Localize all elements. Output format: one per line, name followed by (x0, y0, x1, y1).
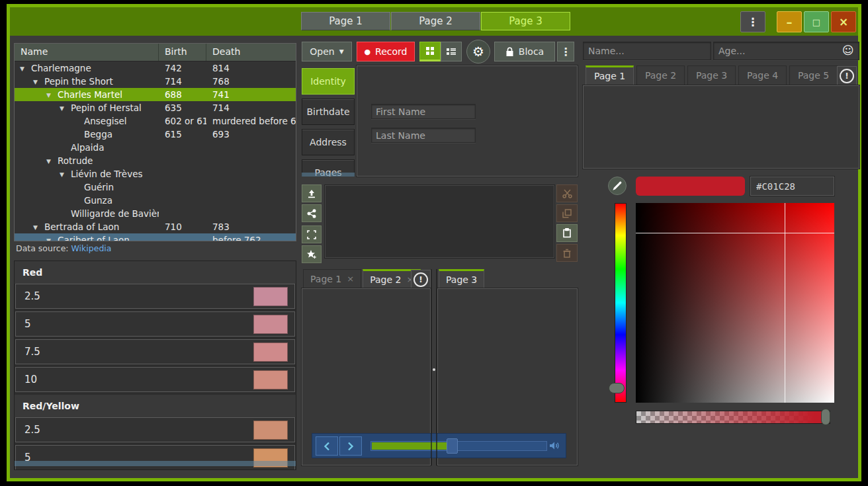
tree-row[interactable]: Gunza (15, 194, 296, 207)
app-window: Page 1Page 2Page 3 ⋮ – □ × NameBirthDeat… (7, 4, 861, 481)
toolbar-menu-button[interactable]: ⋮ (557, 42, 574, 61)
minimize-icon: – (787, 15, 793, 29)
tab-pages[interactable]: Pages (302, 159, 355, 177)
window-content: NameBirthDeath ▼Charlemagne742814▼Pepin … (10, 36, 858, 478)
right-tab-page-3[interactable]: Page 3 (687, 65, 736, 85)
hue-list-item[interactable]: 5 (15, 445, 295, 470)
saturation-value-square[interactable] (636, 203, 834, 403)
expander-icon[interactable]: ▼ (46, 89, 58, 101)
volume-button[interactable] (548, 440, 560, 452)
grid-view-toggle[interactable] (419, 42, 441, 61)
tree-column-header-birth[interactable]: Birth (159, 44, 206, 61)
tab-birthdate[interactable]: Birthdate (302, 99, 355, 125)
hue-list-item[interactable]: 10 (15, 367, 295, 392)
panel-splitter[interactable] (431, 269, 437, 466)
open-button[interactable]: Open ▼ (302, 42, 352, 61)
tree-row[interactable]: ▼Rotrude (15, 154, 296, 167)
alpha-slider[interactable] (636, 411, 830, 424)
close-button[interactable]: × (831, 11, 856, 32)
tree-row[interactable]: ▼Liévin de Trèves (15, 167, 296, 181)
share-button[interactable] (302, 204, 322, 222)
expander-icon[interactable]: ▼ (46, 234, 58, 241)
tree-column-header-name[interactable]: Name (15, 44, 159, 61)
maximize-button[interactable]: □ (804, 11, 829, 32)
wikipedia-link[interactable]: Wikipedia (71, 243, 112, 253)
expander-icon[interactable]: ▼ (33, 75, 44, 88)
tab-identity[interactable]: Identity (302, 68, 355, 95)
tree-row[interactable]: ▼Bertrada of Laon710783 (15, 220, 296, 233)
hex-color-field[interactable] (750, 177, 834, 196)
titlebar-tab-page-3[interactable]: Page 3 (481, 12, 570, 30)
record-button[interactable]: ● Record (357, 42, 415, 61)
first-name-field[interactable] (371, 104, 476, 119)
tree-row-death (206, 154, 296, 167)
right-tab-page-1[interactable]: Page 1 (586, 65, 634, 85)
tree-row[interactable]: Guérin (15, 181, 296, 194)
lock-icon (505, 47, 514, 57)
left-doc-tabbar: Page 1×Page 2× (303, 269, 421, 289)
tab-address[interactable]: Address (302, 129, 355, 155)
eyedropper-button[interactable] (608, 177, 627, 195)
age-field[interactable] (713, 42, 859, 60)
right-alert-button[interactable]: ! (837, 66, 857, 86)
tree-row[interactable]: ▼Pepin of Herstal635714 (15, 101, 296, 114)
tab-close-icon[interactable]: × (347, 274, 354, 284)
expander-icon[interactable]: ▼ (60, 168, 71, 181)
tree-row-birth: 602 or 610 (159, 114, 206, 128)
fullscreen-button[interactable] (302, 225, 322, 243)
hue-item-label: 2.5 (24, 290, 40, 302)
hue-list-item[interactable]: 5 (15, 311, 295, 337)
settings-button[interactable]: ⚙ (466, 40, 490, 63)
tree-row[interactable]: Alpaida (15, 141, 296, 154)
progress-slider[interactable] (370, 441, 547, 451)
expander-icon[interactable]: ▼ (33, 221, 44, 233)
emoji-icon[interactable]: ☺ (842, 44, 854, 57)
titlebar: Page 1Page 2Page 3 ⋮ – □ × (10, 7, 858, 36)
expander-icon[interactable]: ▼ (20, 62, 31, 75)
alpha-slider-handle[interactable] (821, 409, 830, 425)
expander-icon[interactable]: ▼ (46, 155, 58, 167)
tree-row[interactable]: Begga615693 (15, 128, 296, 141)
previous-button[interactable] (316, 436, 338, 456)
minimize-button[interactable]: – (777, 11, 802, 32)
doc-tab-page-3[interactable]: Page 3 (439, 269, 484, 288)
tree-row[interactable]: Willigarde de Bavière (15, 207, 296, 220)
right-tab-page-4[interactable]: Page 4 (738, 65, 787, 85)
name-field[interactable] (583, 42, 711, 60)
lock-button[interactable]: Bloca (494, 42, 555, 61)
list-view-toggle[interactable] (441, 42, 462, 61)
tree-row[interactable]: Ansegisel602 or 610murdered before 679 (15, 114, 296, 128)
hue-slider[interactable] (615, 203, 627, 403)
fullscreen-icon (307, 230, 316, 239)
hue-slider-handle[interactable] (609, 383, 625, 393)
favorite-add-button[interactable] (302, 245, 322, 263)
paste-button[interactable] (556, 224, 578, 242)
hue-list-item[interactable]: 2.5 (15, 417, 295, 442)
upload-button[interactable] (302, 184, 322, 202)
maximize-icon: □ (812, 17, 820, 27)
tree-row[interactable]: ▼Charles Martel688741 (15, 88, 296, 101)
right-tab-page-5[interactable]: Page 5 (789, 65, 838, 85)
slider-handle[interactable] (447, 438, 458, 454)
next-button[interactable] (339, 436, 362, 456)
current-color-swatch[interactable] (636, 177, 745, 196)
doc-tab-page-1[interactable]: Page 1× (303, 269, 361, 288)
titlebar-tab-page-1[interactable]: Page 1 (301, 12, 390, 30)
scroll-indicator[interactable] (15, 461, 296, 466)
last-name-field[interactable] (371, 128, 476, 143)
tree-column-header-death[interactable]: Death (206, 44, 296, 61)
tree-row[interactable]: ▼Pepin the Short714768 (15, 75, 296, 88)
tree-row[interactable]: ▼Charlemagne742814 (15, 61, 296, 75)
hue-color-list: Red2.557.510Red/Yellow2.55 (14, 261, 296, 470)
window-menu-button[interactable]: ⋮ (740, 11, 765, 32)
titlebar-tab-page-2[interactable]: Page 2 (391, 12, 480, 30)
lock-button-label: Bloca (519, 46, 544, 57)
hue-list-item[interactable]: 7.5 (15, 339, 295, 364)
expander-icon[interactable]: ▼ (60, 102, 71, 114)
right-tab-page-2[interactable]: Page 2 (636, 65, 685, 85)
hue-list-item[interactable]: 2.5 (15, 284, 295, 309)
tree-row[interactable]: ▼Caribert of Laonbefore 762 (15, 233, 296, 241)
alpha-gradient (636, 411, 830, 423)
chevron-down-icon: ▼ (339, 48, 344, 55)
left-alert-button[interactable]: ! (411, 270, 431, 290)
